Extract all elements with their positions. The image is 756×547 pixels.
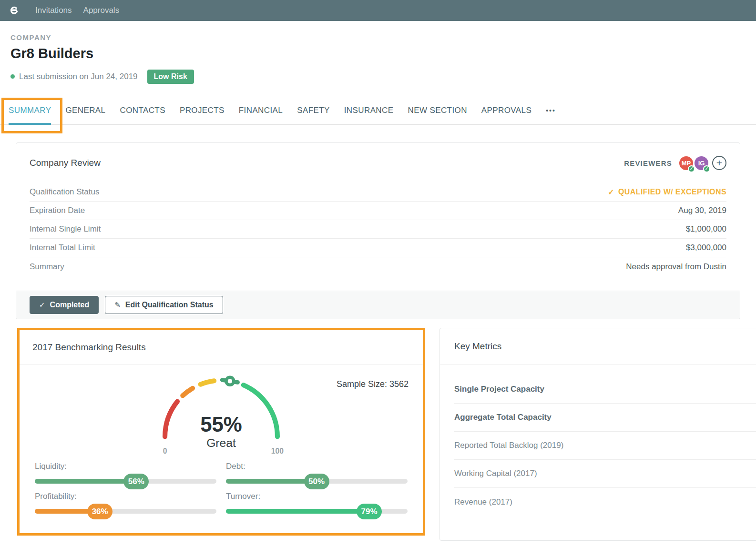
company-eyebrow: COMPANY xyxy=(10,33,756,41)
gauge-rating: Great xyxy=(206,436,236,449)
app-logo-icon[interactable] xyxy=(7,3,21,18)
completed-button[interactable]: ✓ Completed xyxy=(30,296,99,314)
benchmarking-title: 2017 Benchmarking Results xyxy=(32,342,146,353)
gauge-value: 55% xyxy=(200,413,242,436)
gauge-arc-green xyxy=(244,385,277,436)
tab-insurance[interactable]: INSURANCE xyxy=(344,96,394,125)
benchmark-bar-debt: Debt: 50% Turnover: 79% xyxy=(226,462,408,519)
tab-contacts[interactable]: CONTACTS xyxy=(120,96,165,125)
gauge-max-label: 100 xyxy=(271,447,284,455)
risk-badge: Low Risk xyxy=(147,70,194,84)
company-review-card: Company Review REVIEWERS MP ✓ IG ✓ + Qua… xyxy=(16,142,740,319)
company-review-title: Company Review xyxy=(30,158,101,168)
progress-value-pill: 56% xyxy=(123,474,149,489)
tab-projects[interactable]: PROJECTS xyxy=(180,96,225,125)
edit-qualification-status-button[interactable]: ✎ Edit Qualification Status xyxy=(105,296,223,314)
check-icon: ✓ xyxy=(608,188,614,197)
progress-fill xyxy=(35,479,136,484)
section-tabs: SUMMARY GENERAL CONTACTS PROJECTS FINANC… xyxy=(0,96,756,125)
benchmark-bar-liquidity: Liquidity: 56% Profitability: 36% xyxy=(35,462,216,519)
progress-value-pill: 50% xyxy=(304,474,329,489)
top-navbar: Invitations Approvals xyxy=(0,0,756,21)
review-row-expiration-date: Expiration Date Aug 30, 2019 xyxy=(30,202,726,220)
nav-item-invitations[interactable]: Invitations xyxy=(30,6,78,15)
tabs-overflow-button[interactable]: ••• xyxy=(546,107,556,114)
progress-value-pill: 36% xyxy=(87,504,112,519)
review-row-internal-total-limit: Internal Total Limit $3,000,000 xyxy=(30,239,726,257)
reviewer-avatar-ig[interactable]: IG ✓ xyxy=(695,156,708,170)
reviewers-label: REVIEWERS xyxy=(624,159,672,167)
key-metrics-title: Key Metrics xyxy=(454,341,501,352)
progress-fill xyxy=(226,479,317,484)
metric-row-aggregate-total-capacity: Aggregate Total Capacity xyxy=(454,404,756,432)
reviewer-avatar-mp[interactable]: MP ✓ xyxy=(679,156,693,170)
review-row-qualification-status: Qualification Status ✓ QUALIFIED W/ EXCE… xyxy=(30,183,726,202)
reviewer-approved-check-icon: ✓ xyxy=(688,165,695,172)
tab-general[interactable]: GENERAL xyxy=(65,96,105,125)
tab-safety[interactable]: SAFETY xyxy=(297,96,330,125)
progress-fill xyxy=(226,509,369,514)
company-header: COMPANY Gr8 Builders Last submission on … xyxy=(0,21,756,84)
tab-financial[interactable]: FINANCIAL xyxy=(239,96,283,125)
progress-value-pill: 79% xyxy=(357,504,382,519)
nav-item-approvals[interactable]: Approvals xyxy=(78,6,125,15)
metric-row-reported-total-backlog: Reported Total Backlog (2019) xyxy=(454,432,756,460)
annotation-benchmarking-highlight: 2017 Benchmarking Results Sample Size: 3… xyxy=(17,328,425,536)
submission-status-dot xyxy=(10,74,15,79)
reviewer-approved-check-icon: ✓ xyxy=(703,165,710,172)
metric-row-revenue: Revenue (2017) xyxy=(454,488,756,516)
gauge-needle-knob xyxy=(222,376,237,386)
sample-size-text: Sample Size: 3562 xyxy=(337,379,409,389)
metric-row-single-project-capacity: Single Project Capacity xyxy=(454,375,756,404)
tab-approvals[interactable]: APPROVALS xyxy=(481,96,531,125)
gauge-min-label: 0 xyxy=(163,447,167,455)
add-reviewer-button[interactable]: + xyxy=(712,156,726,170)
review-row-summary: Summary Needs approval from Dustin xyxy=(30,257,726,276)
tab-new-section[interactable]: NEW SECTION xyxy=(408,96,467,125)
check-icon: ✓ xyxy=(39,301,45,309)
benchmarking-card: 2017 Benchmarking Results Sample Size: 3… xyxy=(20,330,423,533)
gauge-arc-orange xyxy=(183,388,193,395)
pencil-icon: ✎ xyxy=(114,301,121,309)
metric-row-working-capital: Working Capital (2017) xyxy=(454,460,756,488)
key-metrics-card: Key Metrics Single Project Capacity Aggr… xyxy=(439,328,756,541)
last-submission-text: Last submission on Jun 24, 2019 xyxy=(19,72,138,81)
company-name: Gr8 Builders xyxy=(10,46,756,61)
tab-summary[interactable]: SUMMARY xyxy=(9,96,51,125)
gauge-arc-red xyxy=(165,402,177,437)
review-row-internal-single-limit: Internal Single Limit $1,000,000 xyxy=(30,220,726,239)
gauge-arc-yellow xyxy=(201,381,215,384)
qualification-status-value: ✓ QUALIFIED W/ EXCEPTIONS xyxy=(608,188,726,197)
